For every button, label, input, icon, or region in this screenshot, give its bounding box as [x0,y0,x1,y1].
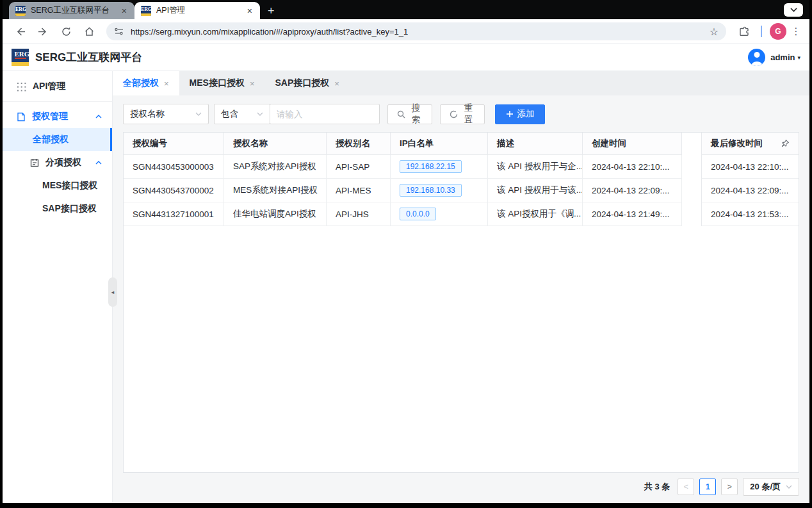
cell-desc: 该 API 授权用于与企... [488,155,583,179]
close-icon[interactable]: × [250,79,255,88]
tab-search-button[interactable] [784,3,803,17]
cell-desc: 该 API 授权用于与该... [488,179,583,202]
reset-button[interactable]: 重置 [440,104,485,124]
extensions-icon[interactable] [734,22,753,41]
search-icon [397,110,405,119]
search-button[interactable]: 搜索 [387,104,432,124]
sidebar-item-4[interactable]: 分项授权 [3,151,112,174]
sidebar-item-6[interactable]: SAP接口授权 [3,197,112,220]
app-title: SERG工业互联网平台 [35,50,142,65]
plus-icon [506,110,514,118]
search-input[interactable] [270,104,380,124]
column-header: 创建时间 [583,133,682,155]
ip-whitelist-tag: 192.168.22.15 [400,160,462,173]
column-header: 授权名称 [224,133,327,155]
page-size-select[interactable]: 20 条/页 [743,478,799,496]
cell-modified: 2024-04-13 22:09:... [702,179,799,202]
content-tab-label: SAP接口授权 [275,78,330,89]
document-icon [17,112,26,122]
cell-desc: 该 API授权用于《调... [488,202,583,226]
calendar-icon [30,158,39,167]
cell-ip: 192.168.10.33 [391,179,488,202]
sidebar-item-label: 全部授权 [33,134,69,145]
auth-table: 授权编号授权名称授权别名IP白名单描述创建时间 SGN4430453000003… [123,132,799,473]
operator-select[interactable]: 包含 [214,104,270,124]
table-row[interactable]: SGN4431327100001佳华电站调度API授权API-JHS0.0.0.… [124,202,682,226]
add-button[interactable]: 添加 [495,104,545,124]
content-tab-label: 全部授权 [123,78,159,89]
close-icon[interactable]: × [334,79,339,88]
cell-modified: 2024-04-13 21:53:... [702,202,799,226]
browser-window: ERGSERG工业互联网平台×ERGAPI管理× + https://serg.… [3,0,809,503]
field-select[interactable]: 授权名称 [123,104,209,124]
home-button[interactable] [79,22,99,41]
prev-page-button[interactable]: < [678,479,694,495]
chevron-up-icon[interactable] [95,161,102,165]
sidebar-item-label: SAP接口授权 [42,203,97,215]
filter-bar: 授权名称 包含 搜索 [123,104,799,124]
user-menu[interactable]: admin [770,53,795,62]
close-icon[interactable]: × [246,6,254,15]
sidebar-collapse-handle[interactable]: ◂ [108,277,117,307]
table-row[interactable]: SGN4430543700002MES系统对接API授权API-MES192.1… [124,179,682,202]
content-tab-bar: 全部授权×MES接口授权×SAP接口授权× [113,71,809,95]
cell-code: SGN4430453000003 [124,155,224,179]
favicon-icon: ERG [15,6,26,16]
cell-created: 2024-04-13 22:10:... [583,155,682,179]
column-header: 授权别名 [327,133,391,155]
chevron-down-icon [257,112,263,116]
content-tab[interactable]: 全部授权× [113,71,179,95]
back-button[interactable] [10,22,29,41]
browser-tab-strip: ERGSERG工业互联网平台×ERGAPI管理× + [3,0,809,19]
cell-alias: API-JHS [327,202,391,226]
table-row[interactable]: SGN4430453000003SAP系统对接API授权API-SAP192.1… [124,155,682,179]
cell-name: MES系统对接API授权 [224,179,327,202]
ip-whitelist-tag: 192.168.10.33 [400,184,462,197]
sidebar-item-label: MES接口授权 [42,180,97,192]
browser-menu-button[interactable]: ⋮ [790,26,802,37]
new-tab-button[interactable]: + [268,5,275,17]
chevron-down-icon [786,485,792,489]
browser-tab[interactable]: ERGSERG工业互联网平台× [9,2,134,19]
forward-button[interactable] [33,22,53,41]
sidebar-item-3[interactable]: 全部授权 [3,128,112,151]
bookmark-star-icon[interactable]: ☆ [710,26,719,38]
close-icon[interactable]: × [120,6,128,15]
sidebar-item-1[interactable]: API管理 [3,75,112,98]
sidebar-item-2[interactable]: 授权管理 [3,105,112,128]
table-header-row: 授权编号授权名称授权别名IP白名单描述创建时间 [124,133,682,155]
sidebar-item-label: API管理 [33,81,65,92]
profile-avatar[interactable]: G [770,23,786,40]
current-page-button[interactable]: 1 [699,479,716,495]
user-avatar-icon[interactable] [748,49,765,66]
next-page-button[interactable]: > [721,479,738,495]
cell-alias: API-SAP [327,155,391,179]
site-settings-icon[interactable] [114,26,124,37]
column-header: 描述 [488,133,583,155]
url-text[interactable]: https://serg.mixyun.com/mixapplication/#… [131,27,703,37]
sidebar-item-label: 授权管理 [32,111,68,122]
pin-icon[interactable] [781,139,790,148]
tab-title: SERG工业互联网平台 [31,5,115,16]
cell-name: 佳华电站调度API授权 [224,202,327,226]
cell-code: SGN4431327100001 [124,202,224,226]
favicon-icon: ERG [141,6,151,16]
cell-created: 2024-04-13 21:49:... [583,202,682,226]
chevron-up-icon[interactable] [95,115,102,119]
content-tab[interactable]: SAP接口授权× [265,71,350,95]
reload-button[interactable] [56,22,76,41]
address-bar[interactable]: https://serg.mixyun.com/mixapplication/#… [106,22,726,40]
user-caret-down-icon: ▾ [797,54,800,61]
content-tab[interactable]: MES接口授权× [179,71,265,95]
close-icon[interactable]: × [164,79,169,88]
cell-ip: 0.0.0.0 [391,202,488,226]
cell-alias: API-MES [327,179,391,202]
total-count: 共 3 条 [644,481,670,493]
content-tab-label: MES接口授权 [190,78,245,89]
cell-ip: 192.168.22.15 [391,155,488,179]
sidebar-item-5[interactable]: MES接口授权 [3,174,112,197]
pinned-column-header: 最后修改时间 [702,133,799,155]
browser-toolbar: https://serg.mixyun.com/mixapplication/#… [3,19,809,44]
sidebar: API管理授权管理全部授权分项授权MES接口授权SAP接口授权 [3,71,113,502]
browser-tab[interactable]: ERGAPI管理× [134,2,260,19]
